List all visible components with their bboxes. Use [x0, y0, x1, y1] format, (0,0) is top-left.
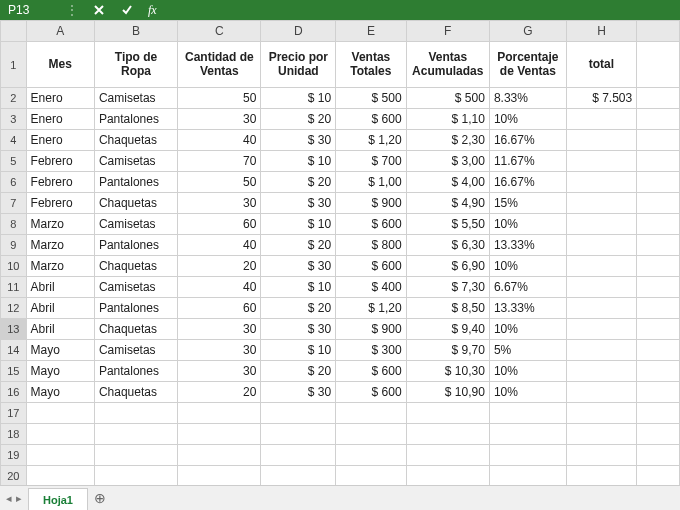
- cell[interactable]: [566, 403, 636, 424]
- cell[interactable]: [637, 193, 680, 214]
- cell[interactable]: 20: [178, 256, 261, 277]
- cell[interactable]: [489, 424, 566, 445]
- cell[interactable]: 40: [178, 130, 261, 151]
- cell[interactable]: 10%: [489, 256, 566, 277]
- cell[interactable]: 40: [178, 277, 261, 298]
- cell[interactable]: 30: [178, 340, 261, 361]
- cell[interactable]: 60: [178, 214, 261, 235]
- cell[interactable]: 15%: [489, 193, 566, 214]
- header-cell[interactable]: Mes: [26, 42, 94, 88]
- row-header[interactable]: 2: [1, 88, 27, 109]
- cell[interactable]: $ 10: [261, 277, 336, 298]
- cell[interactable]: [406, 466, 489, 486]
- cell[interactable]: $ 600: [336, 361, 406, 382]
- col-header[interactable]: B: [94, 21, 177, 42]
- cell[interactable]: Camisetas: [94, 214, 177, 235]
- cell[interactable]: $ 10: [261, 88, 336, 109]
- cell[interactable]: $ 20: [261, 172, 336, 193]
- cell[interactable]: Mayo: [26, 340, 94, 361]
- cell[interactable]: Pantalones: [94, 172, 177, 193]
- cell[interactable]: [637, 298, 680, 319]
- cell[interactable]: [637, 109, 680, 130]
- row-header[interactable]: 13: [1, 319, 27, 340]
- cell[interactable]: [178, 466, 261, 486]
- cell[interactable]: Enero: [26, 88, 94, 109]
- cell[interactable]: [178, 403, 261, 424]
- cell[interactable]: [406, 445, 489, 466]
- row-header[interactable]: 4: [1, 130, 27, 151]
- cell[interactable]: [336, 445, 406, 466]
- cell[interactable]: Febrero: [26, 193, 94, 214]
- cell[interactable]: [94, 466, 177, 486]
- cell[interactable]: Camisetas: [94, 88, 177, 109]
- cell[interactable]: [566, 466, 636, 486]
- cell[interactable]: [26, 445, 94, 466]
- cell[interactable]: [637, 214, 680, 235]
- cell[interactable]: 13.33%: [489, 298, 566, 319]
- cell[interactable]: [566, 277, 636, 298]
- cell[interactable]: [637, 340, 680, 361]
- cell[interactable]: [261, 466, 336, 486]
- cell[interactable]: $ 7.503: [566, 88, 636, 109]
- cell[interactable]: Enero: [26, 130, 94, 151]
- cell[interactable]: [94, 445, 177, 466]
- cell[interactable]: [489, 403, 566, 424]
- add-sheet-icon[interactable]: ⊕: [88, 486, 112, 510]
- cell[interactable]: $ 30: [261, 382, 336, 403]
- cell[interactable]: Pantalones: [94, 361, 177, 382]
- cancel-icon[interactable]: [92, 3, 106, 17]
- cell[interactable]: [637, 130, 680, 151]
- header-cell[interactable]: Cantidad de Ventas: [178, 42, 261, 88]
- col-header[interactable]: C: [178, 21, 261, 42]
- row-header[interactable]: 16: [1, 382, 27, 403]
- cell[interactable]: 10%: [489, 109, 566, 130]
- cell[interactable]: 30: [178, 319, 261, 340]
- cell[interactable]: Febrero: [26, 151, 94, 172]
- cell[interactable]: Abril: [26, 277, 94, 298]
- cell[interactable]: $ 30: [261, 319, 336, 340]
- cell[interactable]: $ 400: [336, 277, 406, 298]
- cell[interactable]: $ 30: [261, 130, 336, 151]
- cell[interactable]: [637, 361, 680, 382]
- cell[interactable]: Chaquetas: [94, 319, 177, 340]
- cell[interactable]: 6.67%: [489, 277, 566, 298]
- cell[interactable]: $ 10,90: [406, 382, 489, 403]
- cell[interactable]: [26, 466, 94, 486]
- cell[interactable]: Pantalones: [94, 298, 177, 319]
- cell[interactable]: Pantalones: [94, 235, 177, 256]
- row-header[interactable]: 9: [1, 235, 27, 256]
- tab-prev-icon[interactable]: ◂: [6, 492, 12, 505]
- cell[interactable]: 11.67%: [489, 151, 566, 172]
- col-header[interactable]: D: [261, 21, 336, 42]
- cell[interactable]: Abril: [26, 298, 94, 319]
- fx-icon[interactable]: fx: [148, 3, 157, 18]
- cell[interactable]: $ 500: [336, 88, 406, 109]
- cell[interactable]: [336, 403, 406, 424]
- header-cell[interactable]: total: [566, 42, 636, 88]
- cell[interactable]: Chaquetas: [94, 193, 177, 214]
- cell[interactable]: Abril: [26, 319, 94, 340]
- cell[interactable]: $ 4,00: [406, 172, 489, 193]
- cell[interactable]: $ 7,30: [406, 277, 489, 298]
- cell[interactable]: $ 2,30: [406, 130, 489, 151]
- cell[interactable]: $ 10: [261, 340, 336, 361]
- cell[interactable]: [566, 340, 636, 361]
- cell[interactable]: [637, 42, 680, 88]
- cell[interactable]: [489, 466, 566, 486]
- cell[interactable]: [637, 382, 680, 403]
- cell[interactable]: Camisetas: [94, 340, 177, 361]
- cell[interactable]: $ 20: [261, 109, 336, 130]
- cell[interactable]: [637, 403, 680, 424]
- cell[interactable]: [566, 256, 636, 277]
- cell[interactable]: 16.67%: [489, 172, 566, 193]
- cell[interactable]: 30: [178, 193, 261, 214]
- cell[interactable]: Mayo: [26, 382, 94, 403]
- cell[interactable]: [489, 445, 566, 466]
- tab-next-icon[interactable]: ▸: [16, 492, 22, 505]
- cell[interactable]: $ 30: [261, 193, 336, 214]
- cell[interactable]: $ 6,90: [406, 256, 489, 277]
- cell[interactable]: [566, 298, 636, 319]
- cell[interactable]: $ 600: [336, 382, 406, 403]
- cell[interactable]: $ 700: [336, 151, 406, 172]
- cell[interactable]: $ 600: [336, 214, 406, 235]
